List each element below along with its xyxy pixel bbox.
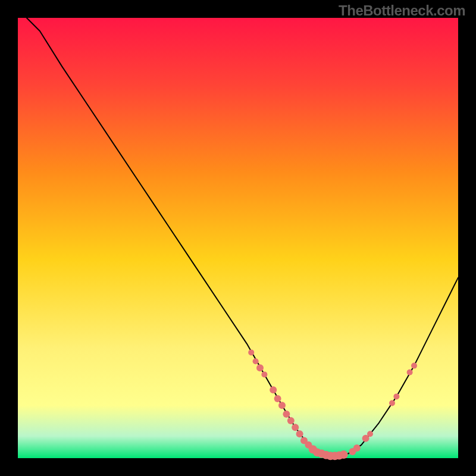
- bottleneck-chart: [0, 0, 476, 476]
- data-point: [248, 349, 254, 355]
- data-point: [367, 431, 373, 437]
- watermark-text: TheBottleneck.com: [339, 2, 465, 19]
- data-point: [353, 444, 361, 452]
- data-point: [270, 386, 277, 393]
- data-point: [256, 364, 264, 371]
- plot-background: [18, 18, 458, 458]
- data-point: [407, 369, 413, 375]
- data-point: [393, 393, 399, 399]
- data-point: [389, 400, 395, 406]
- data-point: [261, 371, 267, 377]
- data-point: [411, 363, 417, 369]
- data-point: [274, 395, 281, 402]
- chart-container: TheBottleneck.com: [0, 0, 476, 476]
- data-point: [253, 358, 259, 364]
- data-point: [283, 411, 290, 418]
- data-point: [287, 417, 295, 424]
- data-point: [340, 450, 348, 459]
- data-point: [296, 430, 303, 437]
- data-point: [278, 402, 286, 409]
- data-point: [292, 424, 299, 431]
